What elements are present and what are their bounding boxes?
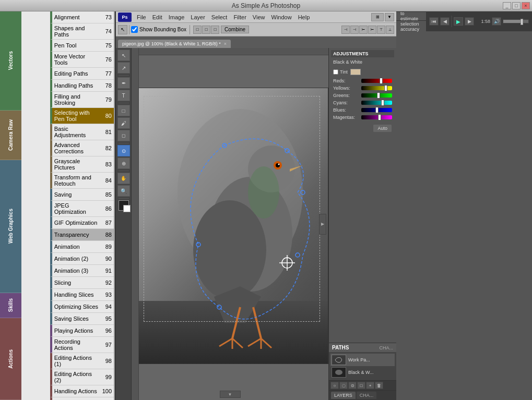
- chapter-item[interactable]: Advanced Corrections 82: [50, 140, 114, 156]
- chapter-item[interactable]: Editing Actions (1) 98: [50, 353, 114, 369]
- panel-options[interactable]: ▼: [385, 13, 394, 21]
- menu-help[interactable]: Help: [295, 13, 313, 21]
- magentas-slider[interactable]: [361, 115, 392, 119]
- show-bounding-box-checkbox[interactable]: [131, 26, 138, 33]
- zoom-tool[interactable]: 🔍: [117, 185, 130, 197]
- chapter-item[interactable]: Handling Paths 78: [50, 80, 114, 92]
- lasso-tool[interactable]: ⊙: [117, 145, 130, 156]
- canvas-scroll-right[interactable]: ▶: [319, 214, 326, 235]
- chapter-item[interactable]: Animation (3) 91: [50, 265, 114, 277]
- menu-filter[interactable]: Filter: [230, 13, 249, 21]
- chapter-item[interactable]: Transparency 88: [50, 229, 114, 241]
- chapter-item[interactable]: Slicing 92: [50, 277, 114, 289]
- chapter-item[interactable]: Saving Slices 95: [50, 313, 114, 325]
- chapter-item[interactable]: More Vector Tools 76: [50, 52, 114, 68]
- audio-slider-container[interactable]: [503, 19, 529, 23]
- timeline-prev-frame[interactable]: ◀: [440, 17, 450, 26]
- path-stroke-button[interactable]: ◌: [339, 382, 348, 389]
- timeline-track[interactable]: 2 3 4 5 6 7 8: [451, 16, 452, 27]
- window-controls[interactable]: _ □ ×: [503, 2, 530, 9]
- chapter-item[interactable]: Grayscale Pictures 83: [50, 156, 114, 173]
- chapter-item[interactable]: Some Workarounds (1) 101: [50, 397, 114, 400]
- path-thumbnail-work: [332, 355, 346, 365]
- hand-tool[interactable]: ✋: [117, 173, 130, 184]
- chapter-item[interactable]: Handling Actions 100: [50, 385, 114, 397]
- chapter-item[interactable]: Alignment 73: [50, 11, 114, 23]
- camera-raw-tab[interactable]: Camera Raw: [0, 111, 21, 160]
- menu-file[interactable]: File: [134, 13, 149, 21]
- yellows-slider[interactable]: [361, 86, 392, 90]
- chapter-item[interactable]: JPEG Optimization 86: [50, 201, 114, 217]
- ps-document-tab[interactable]: pigeon.jpg @ 100% (Black & White 1, RGB/…: [118, 40, 231, 48]
- chapter-item[interactable]: Transform and Retouch 84: [50, 173, 114, 189]
- direct-select-tool[interactable]: ↗: [117, 62, 130, 74]
- crop-tool[interactable]: ⊕: [117, 157, 130, 169]
- path-select-button[interactable]: ⊙: [348, 382, 357, 389]
- chapter-item[interactable]: Editing Actions (2) 99: [50, 369, 114, 385]
- align-tools[interactable]: ⊣ ⊣ ⊢ ⊢ ⊤ ⊥: [341, 26, 394, 34]
- chapter-item[interactable]: Editing Paths 77: [50, 68, 114, 80]
- minimize-button[interactable]: _: [503, 2, 511, 9]
- chapter-item[interactable]: Handling Slices 93: [50, 289, 114, 301]
- chapter-item[interactable]: Pen Tool 75: [50, 40, 114, 52]
- selection-tool[interactable]: ↖: [117, 50, 130, 61]
- chapter-item[interactable]: Basic Adjustments 81: [50, 124, 114, 140]
- path-item-work[interactable]: Work Pa...: [330, 354, 395, 366]
- reds-slider[interactable]: [361, 79, 392, 83]
- menu-image[interactable]: Image: [165, 13, 188, 21]
- brush-tool[interactable]: 🖌: [117, 117, 130, 129]
- menu-view[interactable]: View: [250, 13, 268, 21]
- chapter-item[interactable]: Playing Actions 96: [50, 325, 114, 337]
- eraser-tool[interactable]: ◻: [117, 130, 130, 141]
- channels-tab[interactable]: CHA...: [357, 392, 377, 399]
- actions-tab[interactable]: Actions: [0, 318, 21, 400]
- type-tool[interactable]: T: [117, 90, 130, 101]
- close-button[interactable]: ×: [522, 2, 530, 9]
- tint-checkbox[interactable]: [333, 69, 338, 75]
- chapter-item[interactable]: Animation (2) 90: [50, 253, 114, 265]
- panel-view-toggle[interactable]: ⊞: [371, 13, 384, 21]
- cyans-slider[interactable]: [361, 101, 392, 105]
- timeline-rewind[interactable]: ⏮: [429, 17, 439, 26]
- chapter-item-active[interactable]: Selecting with Pen Tool 80: [50, 108, 114, 124]
- web-graphics-tab[interactable]: Web Graphics: [0, 160, 21, 293]
- path-item-bw[interactable]: Black & W...: [330, 366, 395, 379]
- maximize-button[interactable]: □: [512, 2, 521, 9]
- path-mask-button[interactable]: □: [357, 382, 365, 389]
- path-fill-button[interactable]: ○: [330, 382, 339, 389]
- chapter-item[interactable]: Optimizing Slices 94: [50, 301, 114, 313]
- chapter-item[interactable]: Filling and Stroking 79: [50, 92, 114, 108]
- menu-select[interactable]: Select: [208, 13, 231, 21]
- auto-button[interactable]: Auto: [373, 124, 392, 132]
- vectors-tab[interactable]: Vectors: [0, 11, 21, 111]
- audio-toggle[interactable]: 🔊: [492, 17, 501, 26]
- chapter-item[interactable]: GIF Optimization 87: [50, 217, 114, 229]
- shape-tool[interactable]: □: [117, 105, 130, 116]
- chapter-item[interactable]: Saving 85: [50, 189, 114, 201]
- tint-color-swatch[interactable]: [350, 69, 361, 75]
- chapter-item[interactable]: Shapes and Paths 74: [50, 23, 114, 40]
- pen-tool[interactable]: ✒: [117, 77, 130, 89]
- path-new-button[interactable]: +: [366, 382, 374, 389]
- combine-button[interactable]: Combine: [221, 26, 249, 33]
- timeline-playhead[interactable]: [452, 16, 452, 27]
- menu-window[interactable]: Window: [268, 13, 295, 21]
- ps-canvas[interactable]: ▶ ▼: [132, 48, 328, 400]
- blues-slider[interactable]: [361, 108, 392, 112]
- chapter-item[interactable]: Recording Actions 97: [50, 337, 114, 353]
- skills-tab[interactable]: Skills: [0, 293, 21, 318]
- menu-layer[interactable]: Layer: [187, 13, 208, 21]
- timeline-next-frame[interactable]: ▶: [465, 17, 474, 26]
- transform-controls[interactable]: □ □ □: [193, 26, 219, 34]
- timeline-play-button[interactable]: ▶: [454, 17, 463, 26]
- foreground-color[interactable]: [119, 200, 129, 211]
- chapter-item[interactable]: Animation 89: [50, 241, 114, 253]
- greens-slider[interactable]: [361, 93, 392, 98]
- selection-tool-icon[interactable]: ↖: [118, 25, 127, 34]
- layers-tab[interactable]: LAYERS: [331, 392, 356, 399]
- canvas-scroll-bottom[interactable]: ▼: [220, 391, 241, 398]
- close-tab-icon[interactable]: ×: [224, 41, 227, 46]
- menu-edit[interactable]: Edit: [149, 13, 165, 21]
- path-delete-button[interactable]: 🗑: [375, 382, 383, 389]
- paths-tab-channels[interactable]: CHA...: [379, 345, 393, 350]
